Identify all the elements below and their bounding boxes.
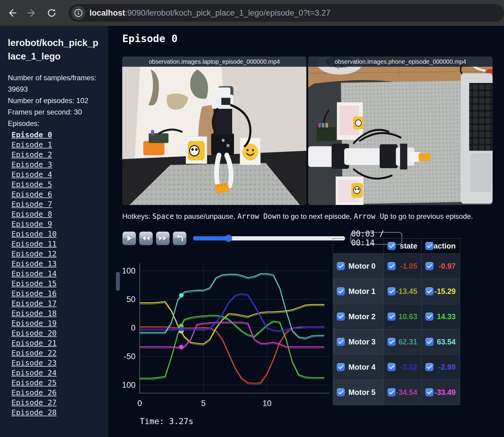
url-text: localhost:9090/lerobot/koch_pick_place_1… xyxy=(90,8,330,18)
motor-checkbox[interactable] xyxy=(337,262,345,270)
state-checkbox[interactable] xyxy=(387,313,396,321)
episode-link[interactable]: Episode 28 xyxy=(11,408,108,417)
state-all-checkbox[interactable] xyxy=(387,242,396,250)
video-laptop[interactable]: observation.images.laptop_episode_000000… xyxy=(122,57,306,205)
main-content: Episode 0 xyxy=(108,26,504,437)
stat-samples: Number of samples/frames: 39693 xyxy=(8,72,102,95)
video-title: observation.images.phone_episode_000000.… xyxy=(308,57,493,67)
hotkey-arrow-down: Arrow Down xyxy=(237,212,281,221)
state-checkbox[interactable] xyxy=(387,287,396,295)
back-arrow-icon xyxy=(7,8,17,18)
episode-link[interactable]: Episode 27 xyxy=(11,398,108,408)
episode-link[interactable]: Episode 0 xyxy=(11,130,108,140)
episode-link[interactable]: Episode 24 xyxy=(11,368,108,378)
hugging-face-box-top xyxy=(337,102,363,140)
laptop-camera-frame xyxy=(122,57,306,205)
action-checkbox[interactable] xyxy=(425,262,433,270)
episode-link[interactable]: Episode 19 xyxy=(11,318,108,328)
episode-link[interactable]: Episode 8 xyxy=(11,209,108,219)
state-value: -1.05 xyxy=(396,262,417,270)
episode-link[interactable]: Episode 5 xyxy=(11,179,108,189)
play-button[interactable] xyxy=(122,231,136,245)
svg-text:5: 5 xyxy=(201,399,205,408)
back-button[interactable] xyxy=(4,5,20,21)
episode-link[interactable]: Episode 4 xyxy=(11,170,108,179)
episode-link[interactable]: Episode 1 xyxy=(11,140,108,150)
motor-checkbox[interactable] xyxy=(337,287,345,295)
action-checkbox[interactable] xyxy=(425,338,433,346)
episode-link[interactable]: Episode 26 xyxy=(11,388,108,398)
url-host: localhost xyxy=(90,8,125,17)
episode-link[interactable]: Episode 16 xyxy=(11,289,108,298)
episode-list: Episode 0Episode 1Episode 2Episode 3Epis… xyxy=(11,130,108,417)
hotkeys-part1: to pause/unpause, xyxy=(174,212,237,220)
dataset-stats: Number of samples/frames: 39693 Number o… xyxy=(8,72,102,118)
state-checkbox[interactable] xyxy=(387,363,396,371)
svg-text:0: 0 xyxy=(137,399,142,408)
chart-canvas: 100500-50-1000510 xyxy=(122,254,329,437)
episode-link[interactable]: Episode 21 xyxy=(11,338,108,348)
state-value: -34.54 xyxy=(396,388,417,397)
seek-slider-thumb[interactable] xyxy=(225,235,232,242)
action-value: -33.49 xyxy=(433,388,456,397)
state-checkbox[interactable] xyxy=(387,388,396,396)
motor-label: Motor 2 xyxy=(348,312,375,321)
episode-link[interactable]: Episode 14 xyxy=(11,269,108,279)
episode-link[interactable]: Episode 7 xyxy=(11,199,108,209)
rewind-button[interactable] xyxy=(139,231,153,245)
hotkey-arrow-up: Arrow Up xyxy=(354,212,388,221)
chart-time-label: Time: 3.27s xyxy=(140,417,193,426)
episode-link[interactable]: Episode 10 xyxy=(11,229,108,239)
action-all-checkbox[interactable] xyxy=(425,242,433,250)
state-checkbox[interactable] xyxy=(387,262,396,270)
motor-checkbox[interactable] xyxy=(337,313,345,321)
fast-forward-button[interactable] xyxy=(156,231,170,245)
fast-forward-icon xyxy=(158,234,167,243)
scrollbar-thumb[interactable] xyxy=(116,272,120,291)
rewind-icon xyxy=(141,234,150,243)
episode-link[interactable]: Episode 11 xyxy=(11,239,108,249)
motor-checkbox[interactable] xyxy=(337,338,345,346)
address-bar[interactable]: localhost:9090/lerobot/koch_pick_place_1… xyxy=(68,4,504,22)
episode-link[interactable]: Episode 15 xyxy=(11,279,108,289)
episode-link[interactable]: Episode 9 xyxy=(11,219,108,229)
reload-button[interactable] xyxy=(44,5,59,21)
svg-text:50: 50 xyxy=(126,295,135,304)
motor-checkbox[interactable] xyxy=(337,363,345,371)
episode-link[interactable]: Episode 23 xyxy=(11,358,108,368)
episode-link[interactable]: Episode 18 xyxy=(11,308,108,318)
episode-link[interactable]: Episode 25 xyxy=(11,378,108,388)
motor-label: Motor 3 xyxy=(348,338,375,346)
state-value: -13.45 xyxy=(396,287,417,296)
site-info-button[interactable] xyxy=(71,6,85,20)
episode-link[interactable]: Episode 3 xyxy=(11,160,108,170)
action-checkbox[interactable] xyxy=(425,313,433,321)
motor-checkbox[interactable] xyxy=(337,388,345,396)
action-checkbox[interactable] xyxy=(425,388,433,396)
hotkey-space: Space xyxy=(152,212,174,221)
motor-table: state action Motor 0-1.05-0.97Motor 1-13… xyxy=(333,238,460,405)
sidebar: lerobot/koch_pick_place_1_lego Number of… xyxy=(0,26,108,437)
loop-button[interactable] xyxy=(173,231,187,245)
laptop xyxy=(461,73,493,204)
episode-link[interactable]: Episode 17 xyxy=(11,298,108,308)
forward-arrow-icon xyxy=(27,8,37,18)
state-checkbox[interactable] xyxy=(387,338,396,346)
action-checkbox[interactable] xyxy=(425,287,433,295)
episode-link[interactable]: Episode 13 xyxy=(11,259,108,269)
episode-link[interactable]: Episode 2 xyxy=(11,150,108,160)
episodes-label: Episodes: xyxy=(8,118,108,129)
hotkeys-part2: to go to next episode, xyxy=(281,212,354,220)
action-checkbox[interactable] xyxy=(425,363,433,371)
episode-link[interactable]: Episode 12 xyxy=(11,249,108,259)
seek-slider[interactable] xyxy=(193,236,345,240)
video-phone[interactable]: observation.images.phone_episode_000000.… xyxy=(308,57,493,205)
browser-toolbar: localhost:9090/lerobot/koch_pick_place_1… xyxy=(0,0,504,26)
episode-link[interactable]: Episode 6 xyxy=(11,189,108,199)
episode-link[interactable]: Episode 20 xyxy=(11,328,108,338)
video-title: observation.images.laptop_episode_000000… xyxy=(122,57,306,67)
episode-link[interactable]: Episode 22 xyxy=(11,348,108,358)
forward-button[interactable] xyxy=(24,5,40,21)
svg-text:10: 10 xyxy=(263,399,272,408)
action-header-label: action xyxy=(433,242,456,250)
